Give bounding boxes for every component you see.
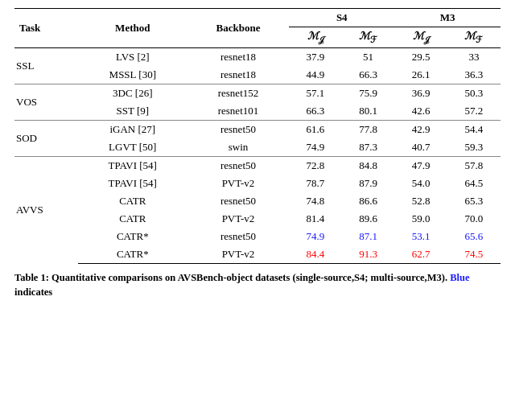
table-row: MSSL [30]resnet1844.966.326.136.3 — [14, 66, 501, 84]
method-cell: LVS [2] — [78, 47, 187, 66]
header-row-1: Task Method Backbone S4 M3 — [14, 9, 501, 27]
backbone-cell: resnet152 — [187, 84, 289, 102]
backbone-header: Backbone — [187, 9, 289, 48]
backbone-cell: resnet50 — [187, 156, 289, 175]
backbone-cell: resnet18 — [187, 47, 289, 66]
value-cell: 65.6 — [447, 228, 501, 245]
value-cell: 74.9 — [289, 228, 341, 245]
task-cell: AVVS — [14, 156, 78, 263]
m3-header: M3 — [394, 9, 501, 27]
backbone-cell: resnet18 — [187, 66, 289, 84]
value-cell: 65.3 — [447, 192, 501, 210]
table-row: CATRresnet5074.886.652.865.3 — [14, 192, 501, 210]
table-caption: Table 1: Quantitative comparisons on AVS… — [14, 270, 501, 299]
value-cell: 74.8 — [289, 192, 341, 210]
value-cell: 53.1 — [394, 228, 447, 245]
value-cell: 50.3 — [447, 84, 501, 102]
value-cell: 36.3 — [447, 66, 501, 84]
task-cell: SSL — [14, 47, 78, 84]
backbone-cell: resnet50 — [187, 192, 289, 210]
value-cell: 75.9 — [342, 84, 395, 102]
value-cell: 36.9 — [394, 84, 447, 102]
value-cell: 42.6 — [394, 102, 447, 121]
backbone-cell: resnet50 — [187, 120, 289, 138]
table-row: SSLLVS [2]resnet1837.95129.533 — [14, 47, 501, 66]
s4-mf-header: ℳℱ — [342, 27, 395, 48]
value-cell: 26.1 — [394, 66, 447, 84]
value-cell: 84.4 — [289, 245, 341, 264]
value-cell: 87.1 — [342, 228, 395, 245]
value-cell: 87.9 — [342, 175, 395, 192]
method-cell: iGAN [27] — [78, 120, 187, 138]
method-cell: CATR* — [78, 245, 187, 264]
table-row: VOS3DC [26]resnet15257.175.936.950.3 — [14, 84, 501, 102]
table-row: TPAVI [54]PVT-v278.787.954.064.5 — [14, 175, 501, 192]
value-cell: 44.9 — [289, 66, 341, 84]
value-cell: 91.3 — [342, 245, 395, 264]
value-cell: 77.8 — [342, 120, 395, 138]
backbone-cell: resnet50 — [187, 228, 289, 245]
table-row: LGVT [50]swin74.987.340.759.3 — [14, 138, 501, 157]
value-cell: 86.6 — [342, 192, 395, 210]
backbone-cell: PVT-v2 — [187, 210, 289, 228]
value-cell: 66.3 — [342, 66, 395, 84]
method-cell: SST [9] — [78, 102, 187, 121]
value-cell: 89.6 — [342, 210, 395, 228]
value-cell: 47.9 — [394, 156, 447, 175]
value-cell: 57.1 — [289, 84, 341, 102]
value-cell: 40.7 — [394, 138, 447, 157]
method-cell: 3DC [26] — [78, 84, 187, 102]
task-cell: VOS — [14, 84, 78, 120]
value-cell: 62.7 — [394, 245, 447, 264]
method-cell: TPAVI [54] — [78, 175, 187, 192]
table-row: CATR*PVT-v284.491.362.774.5 — [14, 245, 501, 264]
backbone-cell: PVT-v2 — [187, 175, 289, 192]
value-cell: 74.9 — [289, 138, 341, 157]
method-cell: LGVT [50] — [78, 138, 187, 157]
value-cell: 42.9 — [394, 120, 447, 138]
backbone-cell: PVT-v2 — [187, 245, 289, 264]
value-cell: 51 — [342, 47, 395, 66]
method-cell: MSSL [30] — [78, 66, 187, 84]
method-cell: TPAVI [54] — [78, 156, 187, 175]
m3-mj-header: ℳ𝒥 — [394, 27, 447, 48]
method-cell: CATR — [78, 210, 187, 228]
table-row: SST [9]resnet10166.380.142.657.2 — [14, 102, 501, 121]
backbone-cell: swin — [187, 138, 289, 157]
value-cell: 87.3 — [342, 138, 395, 157]
value-cell: 80.1 — [342, 102, 395, 121]
value-cell: 61.6 — [289, 120, 341, 138]
value-cell: 57.8 — [447, 156, 501, 175]
table-row: CATRPVT-v281.489.659.070.0 — [14, 210, 501, 228]
method-cell: CATR* — [78, 228, 187, 245]
value-cell: 54.0 — [394, 175, 447, 192]
value-cell: 78.7 — [289, 175, 341, 192]
value-cell: 54.4 — [447, 120, 501, 138]
task-header: Task — [14, 9, 78, 48]
table-row: AVVSTPAVI [54]resnet5072.884.847.957.8 — [14, 156, 501, 175]
value-cell: 37.9 — [289, 47, 341, 66]
value-cell: 57.2 — [447, 102, 501, 121]
table-row: CATR*resnet5074.987.153.165.6 — [14, 228, 501, 245]
s4-mj-header: ℳ𝒥 — [289, 27, 341, 48]
value-cell: 81.4 — [289, 210, 341, 228]
table-row: SODiGAN [27]resnet5061.677.842.954.4 — [14, 120, 501, 138]
value-cell: 33 — [447, 47, 501, 66]
task-cell: SOD — [14, 120, 78, 156]
value-cell: 52.8 — [394, 192, 447, 210]
s4-header: S4 — [289, 9, 394, 27]
value-cell: 29.5 — [394, 47, 447, 66]
value-cell: 74.5 — [447, 245, 501, 264]
value-cell: 66.3 — [289, 102, 341, 121]
m3-mf-header: ℳℱ — [447, 27, 501, 48]
value-cell: 84.8 — [342, 156, 395, 175]
method-header: Method — [78, 9, 187, 48]
method-cell: CATR — [78, 192, 187, 210]
value-cell: 70.0 — [447, 210, 501, 228]
comparison-table: Task Method Backbone S4 M3 ℳ𝒥 ℳℱ ℳ𝒥 ℳℱ S… — [14, 8, 501, 264]
value-cell: 64.5 — [447, 175, 501, 192]
backbone-cell: resnet101 — [187, 102, 289, 121]
value-cell: 59.0 — [394, 210, 447, 228]
value-cell: 59.3 — [447, 138, 501, 157]
value-cell: 72.8 — [289, 156, 341, 175]
